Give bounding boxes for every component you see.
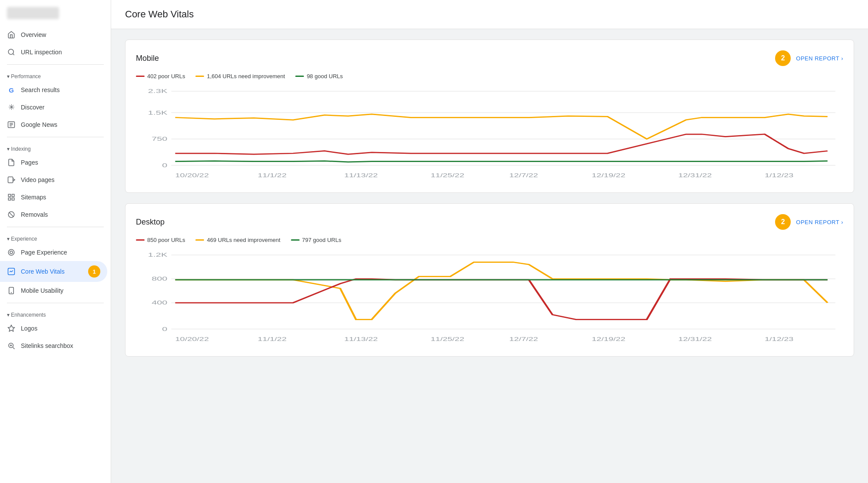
sidebar-item-page-experience[interactable]: Page Experience xyxy=(0,244,107,261)
video-icon xyxy=(7,175,16,184)
sidebar-item-label: Google News xyxy=(21,121,57,128)
svg-point-14 xyxy=(8,249,14,255)
cwv-icon xyxy=(7,267,16,276)
sidebar-item-discover[interactable]: ✳ Discover xyxy=(0,99,107,116)
svg-rect-6 xyxy=(8,177,13,183)
mobile-card-header: Mobile 2 OPEN REPORT › xyxy=(136,50,843,66)
sidebar-item-overview[interactable]: Overview xyxy=(0,26,107,43)
svg-point-15 xyxy=(10,251,13,254)
sidebar-item-label: Removals xyxy=(21,211,48,218)
svg-text:11/13/22: 11/13/22 xyxy=(344,336,378,342)
sidebar: Overview URL inspection ▾ Performance G … xyxy=(0,0,111,483)
divider-4 xyxy=(7,303,104,303)
mobile-legend: 402 poor URLs 1,604 URLs need improvemen… xyxy=(136,73,843,79)
svg-text:1.2K: 1.2K xyxy=(148,252,168,258)
desktop-open-report-button[interactable]: OPEN REPORT › xyxy=(796,219,843,225)
sidebar-item-label: Search results xyxy=(21,86,59,93)
sidebar-item-sitemaps[interactable]: Sitemaps xyxy=(0,189,107,206)
sidebar-item-search-results[interactable]: G Search results xyxy=(0,81,107,99)
sitemaps-icon xyxy=(7,193,16,202)
svg-marker-19 xyxy=(8,325,15,331)
pages-icon xyxy=(7,158,16,167)
mobile-legend-improvement: 1,604 URLs need improvement xyxy=(195,73,285,79)
chevron-right-icon: › xyxy=(841,55,843,62)
mobile-chart-svg: 2.3K 1.5K 750 0 10/20/22 11/1/22 11/13/2… xyxy=(136,86,843,182)
svg-text:1/12/23: 1/12/23 xyxy=(765,336,793,342)
svg-text:750: 750 xyxy=(152,136,167,142)
svg-text:800: 800 xyxy=(152,276,167,282)
svg-text:11/25/22: 11/25/22 xyxy=(431,336,464,342)
sidebar-item-removals[interactable]: Removals xyxy=(0,206,107,223)
svg-line-21 xyxy=(13,347,15,349)
mobile-open-report-button[interactable]: OPEN REPORT › xyxy=(796,55,843,62)
good-line xyxy=(291,239,300,241)
svg-point-0 xyxy=(8,49,13,54)
desktop-legend-good: 797 good URLs xyxy=(291,237,341,243)
logo-area xyxy=(0,0,111,23)
experience-icon xyxy=(7,248,16,257)
main-content: Core Web Vitals Mobile 2 OPEN REPORT › 4… xyxy=(111,0,868,483)
sidebar-item-label: Logos xyxy=(21,325,37,332)
logos-icon xyxy=(7,324,16,333)
page-header: Core Web Vitals xyxy=(111,0,868,29)
poor-line xyxy=(136,239,145,241)
svg-marker-7 xyxy=(13,179,15,181)
sidebar-item-core-web-vitals[interactable]: Core Web Vitals 1 xyxy=(0,261,107,282)
svg-rect-9 xyxy=(12,194,14,196)
mobile-icon xyxy=(7,286,16,295)
removals-icon xyxy=(7,210,16,219)
svg-line-1 xyxy=(13,53,14,55)
sidebar-item-video-pages[interactable]: Video pages xyxy=(0,171,107,189)
svg-text:12/7/22: 12/7/22 xyxy=(509,172,538,178)
improvement-line xyxy=(195,76,204,77)
desktop-badge: 2 xyxy=(775,214,791,230)
desktop-card: Desktop 2 OPEN REPORT › 850 poor URLs xyxy=(125,203,854,357)
page-title: Core Web Vitals xyxy=(125,9,854,20)
sidebar-item-label: Pages xyxy=(21,159,38,166)
svg-text:12/19/22: 12/19/22 xyxy=(592,336,625,342)
svg-text:400: 400 xyxy=(152,300,167,306)
improvement-line xyxy=(195,239,204,241)
logo xyxy=(7,7,59,19)
svg-rect-11 xyxy=(8,198,10,200)
svg-text:0: 0 xyxy=(162,162,167,169)
svg-text:12/31/22: 12/31/22 xyxy=(678,172,712,178)
sidebar-item-label: Video pages xyxy=(21,176,55,183)
cards-container: Mobile 2 OPEN REPORT › 402 poor URLs xyxy=(111,29,868,367)
svg-line-13 xyxy=(9,212,14,217)
sidebar-item-label: Sitemaps xyxy=(21,194,46,201)
sidebar-item-google-news[interactable]: Google News xyxy=(0,116,107,133)
section-label-experience: ▾ Experience xyxy=(0,231,111,244)
svg-text:12/19/22: 12/19/22 xyxy=(592,172,625,178)
sidebar-item-pages[interactable]: Pages xyxy=(0,154,107,171)
desktop-chart: 1.2K 800 400 0 10/20/22 11/1/22 xyxy=(136,250,843,346)
poor-line xyxy=(136,76,145,77)
sidebar-item-sitelinks-searchbox[interactable]: Sitelinks searchbox xyxy=(0,337,107,354)
svg-text:10/20/22: 10/20/22 xyxy=(175,172,209,178)
sidebar-item-logos[interactable]: Logos xyxy=(0,320,107,337)
svg-text:12/31/22: 12/31/22 xyxy=(678,336,712,342)
section-label-enhancements: ▾ Enhancements xyxy=(0,307,111,320)
sitelinks-icon xyxy=(7,341,16,350)
section-label-performance: ▾ Performance xyxy=(0,68,111,81)
desktop-card-header: Desktop 2 OPEN REPORT › xyxy=(136,214,843,230)
mobile-legend-poor: 402 poor URLs xyxy=(136,73,185,79)
svg-text:11/13/22: 11/13/22 xyxy=(344,172,378,178)
cwv-badge: 1 xyxy=(88,265,100,278)
svg-rect-10 xyxy=(12,198,14,200)
svg-text:11/1/22: 11/1/22 xyxy=(258,336,287,342)
sidebar-item-mobile-usability[interactable]: Mobile Usability xyxy=(0,282,107,299)
section-label-indexing: ▾ Indexing xyxy=(0,141,111,154)
svg-text:11/1/22: 11/1/22 xyxy=(258,172,287,178)
mobile-card-title: Mobile xyxy=(136,54,159,63)
home-icon xyxy=(7,30,16,39)
good-line xyxy=(295,76,304,77)
desktop-chart-svg: 1.2K 800 400 0 10/20/22 11/1/22 xyxy=(136,250,843,346)
svg-text:1/12/23: 1/12/23 xyxy=(765,172,793,178)
svg-text:1.5K: 1.5K xyxy=(148,109,168,116)
divider-2 xyxy=(7,137,104,137)
svg-text:11/25/22: 11/25/22 xyxy=(431,172,464,178)
sidebar-item-url-inspection[interactable]: URL inspection xyxy=(0,43,107,61)
google-icon: G xyxy=(7,86,16,94)
desktop-legend-improvement: 469 URLs need improvement xyxy=(195,237,280,243)
